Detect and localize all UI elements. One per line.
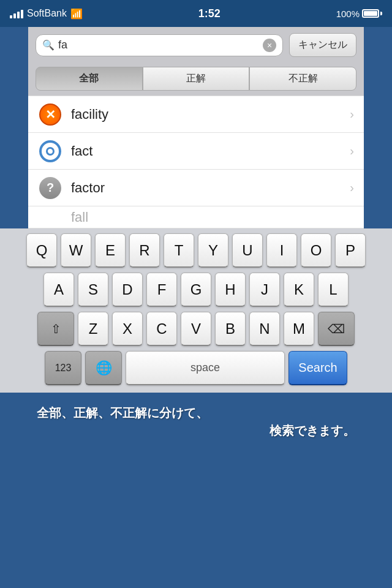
numbers-key[interactable]: 123 [45,351,81,385]
keyboard-row-4: 123 🌐 space Search [2,351,390,385]
chevron-icon-fact: › [350,144,354,158]
keyboard-row-1: Q W E R T Y U I O P [2,233,390,268]
keyboard-row-3: ⇧ Z X C V B N M ⌫ [2,312,390,346]
search-input[interactable]: fa [58,39,259,51]
key-q[interactable]: Q [26,233,57,268]
segmented-control: 全部 正解 不正解 [28,63,364,96]
key-s[interactable]: S [78,273,108,307]
key-a[interactable]: A [43,273,74,307]
key-g[interactable]: G [181,273,211,307]
key-p[interactable]: P [335,233,366,268]
orange-x-icon: ✕ [39,104,61,126]
battery-icon [362,9,382,18]
key-m[interactable]: M [284,312,314,346]
battery-percent: 100% [336,9,360,19]
keyboard-row-2: A S D F G H J K L [2,273,390,307]
key-y[interactable]: Y [198,233,228,268]
result-icon-facility: ✕ [38,102,62,127]
caption-line1: 全部、正解、不正解に分けて、 [37,405,355,421]
result-item-fact[interactable]: fact › [28,133,364,170]
key-e[interactable]: E [95,233,126,268]
key-c[interactable]: C [146,312,177,346]
segment-incorrect[interactable]: 不正解 [249,67,356,91]
status-bar: SoftBank 📶 1:52 100% [0,0,392,27]
key-b[interactable]: B [215,312,246,346]
phone-body: 🔍 fa × キャンセル 全部 正解 不正解 ✕ facility › [28,27,364,228]
wifi-icon: 📶 [70,8,83,20]
partial-icon [38,206,62,228]
status-right: 100% [336,9,382,19]
shift-key[interactable]: ⇧ [37,312,74,346]
segment-correct[interactable]: 正解 [143,67,250,91]
blue-circle-icon [39,140,61,162]
result-word-facility: facility [71,107,350,123]
results-list: ✕ facility › fact › ? factor › [28,96,364,228]
caption-line2: 検索できます。 [37,423,355,439]
key-v[interactable]: V [181,312,211,346]
cancel-button[interactable]: キャンセル [289,33,356,57]
result-icon-fact [38,139,62,164]
search-input-wrap: 🔍 fa × [36,34,283,56]
result-item-factor[interactable]: ? factor › [28,170,364,206]
carrier-label: SoftBank [27,8,67,19]
key-j[interactable]: J [249,273,280,307]
key-o[interactable]: O [301,233,331,268]
key-x[interactable]: X [112,312,143,346]
key-z[interactable]: Z [78,312,108,346]
chevron-icon-factor: › [350,181,354,195]
globe-key[interactable]: 🌐 [85,351,122,385]
result-icon-factor: ? [38,176,62,200]
space-key[interactable]: space [126,351,285,385]
time-label: 1:52 [198,7,221,20]
key-t[interactable]: T [164,233,194,268]
result-item-facility[interactable]: ✕ facility › [28,96,364,133]
key-h[interactable]: H [215,273,246,307]
key-k[interactable]: K [284,273,314,307]
key-f[interactable]: F [146,273,177,307]
key-w[interactable]: W [61,233,91,268]
result-word-fact: fact [71,143,350,159]
result-word-factor: factor [71,180,350,196]
key-u[interactable]: U [232,233,263,268]
gray-q-icon: ? [39,177,61,199]
backspace-key[interactable]: ⌫ [318,312,355,346]
key-r[interactable]: R [129,233,160,268]
key-i[interactable]: I [266,233,297,268]
clear-button[interactable]: × [263,39,276,52]
key-d[interactable]: D [112,273,143,307]
result-item-partial[interactable]: fall [28,206,364,228]
search-area: 🔍 fa × キャンセル [28,27,364,63]
keyboard: Q W E R T Y U I O P A S D F G H J K L ⇧ … [0,228,392,393]
key-n[interactable]: N [249,312,280,346]
search-icon: 🔍 [42,39,55,51]
search-key[interactable]: Search [288,351,347,385]
caption-area: 全部、正解、不正解に分けて、 検索できます。 [0,393,392,445]
signal-bars-icon [10,9,23,18]
key-l[interactable]: L [318,273,349,307]
result-word-partial: fall [71,209,354,225]
segment-all[interactable]: 全部 [36,67,143,91]
status-left: SoftBank 📶 [10,8,83,20]
chevron-icon-facility: › [350,107,354,121]
